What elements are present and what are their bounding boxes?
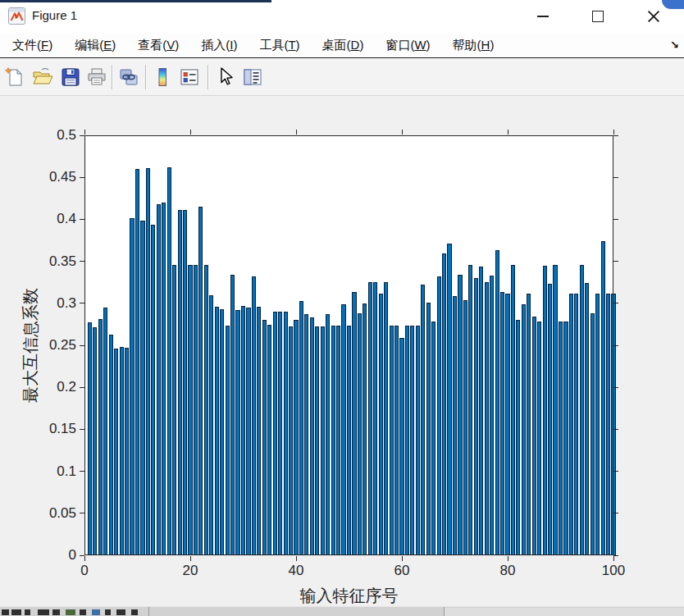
menu-tools[interactable]: 工具(T) (253, 34, 305, 57)
menu-edit[interactable]: 编辑(E) (69, 34, 121, 57)
tick-mark (80, 177, 84, 178)
tick-mark (80, 387, 84, 388)
tick-mark (84, 556, 85, 561)
background-window-divider (148, 607, 149, 616)
tick-mark (80, 261, 84, 262)
background-window-icons (11, 609, 21, 615)
tick-mark (613, 261, 618, 262)
background-window-icons (105, 609, 111, 615)
background-window-divider (444, 607, 445, 616)
minimize-icon (537, 16, 549, 17)
insert-colorbar-button[interactable] (149, 64, 176, 90)
tick-mark (296, 130, 297, 135)
background-window-icons (80, 609, 86, 615)
menu-help[interactable]: 帮助(H) (447, 34, 500, 57)
background-window-icons (38, 609, 49, 615)
y-tick-label: 0.1 (22, 463, 76, 480)
background-window-icons (52, 609, 60, 615)
link-plot-button[interactable] (116, 64, 142, 90)
insert-legend-button[interactable] (176, 64, 203, 90)
property-inspector-button[interactable] (239, 64, 266, 90)
x-tick-label: 20 (166, 563, 215, 579)
y-tick-label: 0 (22, 547, 76, 564)
maximize-button[interactable] (578, 0, 618, 33)
y-tick-label: 0.4 (22, 211, 76, 227)
x-tick-label: 80 (483, 563, 532, 579)
menu-bar: 文件(F) 编辑(E) 查看(V) 插入(I) 工具(T) 桌面(D) 窗口(W… (0, 33, 684, 58)
save-figure-icon (60, 66, 81, 88)
background-taskbar (0, 606, 684, 616)
tick-mark (190, 130, 191, 135)
y-axis-label: 最大互信息系数 (20, 288, 42, 403)
save-figure-button[interactable] (57, 64, 84, 90)
tick-mark (80, 135, 84, 136)
background-window-icons (66, 609, 75, 615)
background-window-icons (25, 609, 30, 615)
x-tick-label: 0 (60, 563, 109, 579)
tick-mark (613, 345, 618, 346)
background-window-pane (444, 608, 684, 616)
tick-mark (613, 177, 618, 178)
print-icon (86, 66, 107, 88)
toolbar-separator (207, 65, 209, 89)
menu-view[interactable]: 查看(V) (132, 34, 185, 57)
matlab-figure-icon (8, 7, 25, 25)
menu-overflow-icon[interactable]: ↘ (670, 39, 679, 51)
figure-toolbar (0, 59, 684, 96)
tick-mark (80, 513, 84, 513)
menu-insert[interactable]: 插入(I) (195, 34, 243, 57)
print-button[interactable] (84, 64, 110, 90)
tick-mark (402, 130, 403, 135)
tick-mark (613, 135, 618, 136)
tick-mark (508, 556, 508, 561)
tick-mark (613, 219, 618, 220)
y-tick-label: 0.05 (22, 505, 76, 522)
insert-legend-icon (179, 66, 200, 88)
tick-mark (190, 556, 191, 561)
tick-mark (402, 556, 403, 561)
menu-window[interactable]: 窗口(W) (380, 34, 435, 57)
background-window-icons (2, 609, 9, 615)
tick-mark (613, 429, 618, 430)
tick-mark (80, 303, 84, 303)
x-axis-label: 输入特征序号 (226, 585, 472, 607)
property-inspector-icon (242, 66, 263, 88)
close-icon (647, 10, 660, 23)
tick-mark (84, 130, 85, 135)
tick-mark (80, 471, 84, 472)
tick-mark (613, 303, 618, 303)
menu-desktop[interactable]: 桌面(D) (317, 34, 370, 57)
maximize-icon (592, 11, 604, 22)
title-bar: Figure 1 (0, 0, 684, 33)
background-window-icons (92, 609, 100, 615)
y-tick-label: 0.5 (22, 127, 76, 144)
x-tick-label: 60 (377, 563, 426, 579)
background-window-edge (0, 0, 271, 2)
x-tick-label: 40 (271, 563, 321, 579)
tick-mark (508, 130, 508, 135)
toolbar-separator (145, 65, 147, 89)
toolbar-separator (112, 65, 113, 89)
tick-mark (613, 130, 614, 135)
tick-mark (613, 387, 618, 388)
new-figure-icon (4, 66, 25, 88)
background-window-icons (116, 609, 125, 615)
tick-mark (80, 219, 84, 220)
tick-mark (80, 345, 84, 346)
edit-plot-icon (214, 66, 235, 88)
open-file-icon (32, 66, 53, 88)
tick-mark (613, 556, 614, 561)
link-plot-icon (118, 66, 139, 88)
x-tick-label: 100 (589, 563, 638, 579)
tick-mark (613, 555, 618, 556)
minimize-button[interactable] (523, 0, 563, 33)
menu-file[interactable]: 文件(F) (7, 34, 58, 57)
edit-plot-button[interactable] (212, 64, 238, 90)
y-tick-label: 0.45 (22, 169, 76, 185)
tick-mark (613, 513, 618, 513)
new-figure-button[interactable] (2, 64, 28, 90)
insert-colorbar-icon (152, 66, 173, 88)
y-tick-label: 0.35 (22, 253, 76, 270)
tick-mark (80, 429, 84, 430)
open-file-button[interactable] (30, 64, 56, 90)
